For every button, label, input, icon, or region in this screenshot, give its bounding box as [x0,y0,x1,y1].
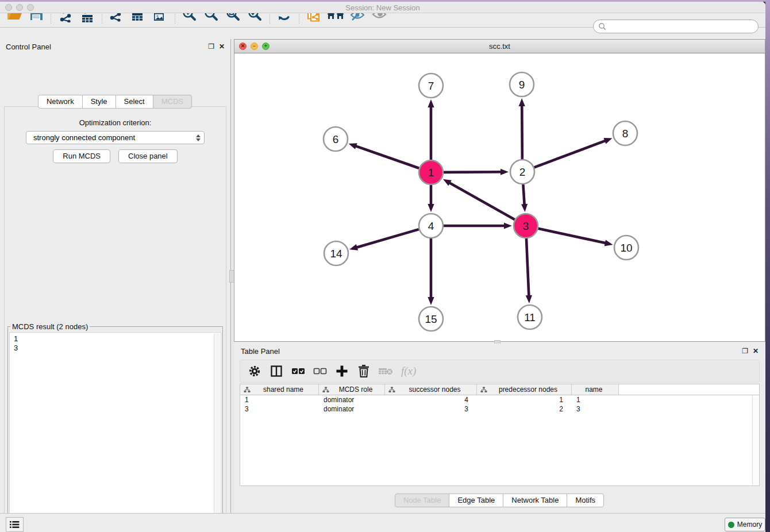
cell-name: 1 [572,395,619,404]
tab-motifs[interactable]: Motifs [567,494,604,507]
edge-2-9[interactable] [522,105,522,159]
node-14[interactable]: 14 [324,241,348,265]
select-all-check-icon[interactable] [288,362,308,380]
tab-select[interactable]: Select [116,95,153,109]
edge-arrowhead-3-10 [605,240,613,246]
edge-2-8[interactable] [534,141,606,168]
cell-predecessor-nodes: 1 [477,395,572,404]
svg-text:7: 7 [428,80,434,92]
network-view-window: ✕ − + scc.txt 7968124314101511 [234,39,765,342]
table-panel-title: Table Panel [241,347,280,356]
column-header-name[interactable]: name [572,384,619,395]
search-box[interactable] [593,20,759,33]
tab-network[interactable]: Network [38,95,83,109]
column-header-MCDS-role[interactable]: MCDS role [319,384,385,395]
run-mcds-button[interactable]: Run MCDS [53,149,110,163]
node-table-body: 1dominator4113dominator323 [240,395,759,414]
app-title: Session: New Session [0,3,765,12]
status-bar: Memory [0,513,765,532]
edge-arrowhead-3-1 [443,179,452,186]
edge-arrowhead-2-9 [519,98,525,106]
application-window: Session: New Session [0,2,765,532]
cell-MCDS-role: dominator [319,395,385,404]
table-panel-tabs: Node TableEdge TableNetwork TableMotifs [234,494,765,507]
edge-1-6[interactable] [355,146,419,168]
tab-edge-table[interactable]: Edge Table [449,494,503,507]
node-9[interactable]: 9 [510,72,534,97]
node-7[interactable]: 7 [419,74,443,98]
mcds-result-scrollbar[interactable] [214,333,220,532]
float-panel-icon[interactable]: ❐ [208,43,214,50]
column-header-successor-nodes[interactable]: successor nodes [385,384,477,395]
console-tasks-icon[interactable] [6,517,24,532]
cell-shared-name: 3 [240,404,319,414]
tab-node-table[interactable]: Node Table [395,494,450,507]
node-10[interactable]: 10 [614,236,638,260]
tab-network-table[interactable]: Network Table [503,494,567,507]
edge-3-11[interactable] [526,238,529,296]
node-2[interactable]: 2 [510,160,534,184]
desktop-edge-right [765,0,770,532]
node-15[interactable]: 15 [419,307,443,331]
edge-3-10[interactable] [538,229,606,244]
close-panel-icon[interactable]: ✕ [219,43,225,50]
node-11[interactable]: 11 [518,305,542,329]
control-panel-header: Control Panel ❐ ✕ [0,39,230,54]
cell-name: 3 [572,404,619,414]
delete-column-icon[interactable] [354,362,374,380]
svg-text:1: 1 [428,167,434,179]
column-header-shared-name[interactable]: shared name [240,384,319,395]
edge-arrowhead-4-14 [349,244,358,250]
show-column-panel-icon[interactable] [267,362,286,380]
tab-style[interactable]: Style [82,95,116,109]
memory-button[interactable]: Memory [725,518,765,531]
control-panel-title: Control Panel [6,43,51,51]
table-panel: Table Panel ❐ ✕ [234,344,765,513]
node-table-header: shared nameMCDS rolesuccessor nodesprede… [240,384,759,395]
create-column-icon[interactable] [332,362,352,380]
cell-predecessor-nodes: 2 [477,404,572,414]
delete-table-icon[interactable] [376,362,395,380]
mcds-result-list[interactable]: 13 [9,332,221,532]
table-settings-icon[interactable] [245,362,264,380]
app-titlebar: Session: New Session [0,2,765,13]
svg-text:6: 6 [333,133,339,145]
search-icon [598,22,606,30]
edge-2-3[interactable] [523,184,524,205]
mcds-buttons-row: Run MCDS Close panel [5,149,226,163]
tab-mcds[interactable]: MCDS [153,95,192,109]
cell-MCDS-role: dominator [319,404,385,414]
node-6[interactable]: 6 [324,127,348,151]
svg-text:15: 15 [425,313,437,325]
edge-1-2[interactable] [444,172,502,172]
deselect-all-check-icon[interactable] [310,362,330,380]
svg-text:2: 2 [519,166,526,178]
cell-shared-name: 1 [240,395,319,404]
node-1[interactable]: 1 [419,160,443,184]
node-3[interactable]: 3 [514,214,538,238]
optimization-criterion-label: Optimization criterion: [5,118,226,127]
column-type-icon [322,387,329,393]
select-stepper-icon [196,134,201,141]
table-toolbar: f(x) [240,360,760,383]
node-8[interactable]: 8 [613,121,637,145]
search-input[interactable] [606,21,758,32]
float-table-panel-icon[interactable]: ❐ [742,348,748,354]
edge-arrowhead-2-3 [521,204,528,212]
node-table-scrollbar[interactable] [752,396,759,485]
optimization-criterion-select[interactable]: strongly connected component [26,131,205,144]
network-window-titlebar: ✕ − + scc.txt [234,39,765,53]
network-canvas[interactable]: 7968124314101511 [234,53,765,342]
svg-text:11: 11 [524,311,536,323]
edge-arrowhead-2-8 [603,138,612,144]
table-row[interactable]: 3dominator323 [240,404,759,414]
close-panel-button[interactable]: Close panel [118,149,178,163]
table-row[interactable]: 1dominator411 [240,395,759,404]
edge-3-1[interactable] [449,183,514,220]
network-window-title: scc.txt [234,42,765,51]
close-table-panel-icon[interactable]: ✕ [753,348,759,354]
column-header-predecessor-nodes[interactable]: predecessor nodes [477,384,572,395]
edge-4-14[interactable] [356,229,419,248]
node-4[interactable]: 4 [419,214,443,238]
function-builder-icon[interactable]: f(x) [401,365,416,377]
